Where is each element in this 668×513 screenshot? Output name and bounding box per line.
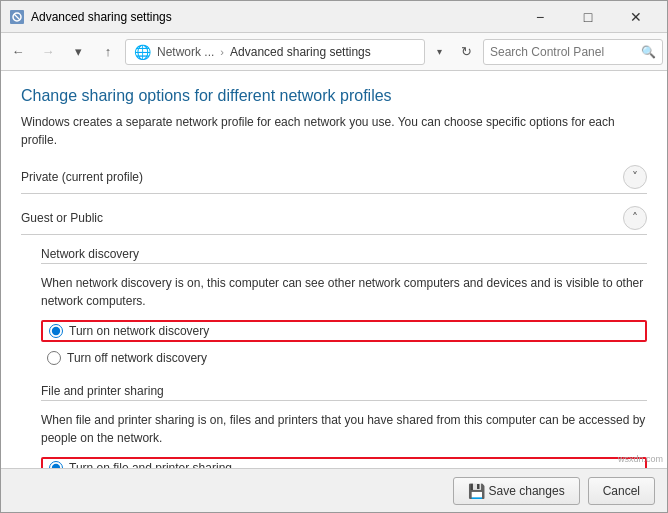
window-icon [9, 9, 25, 25]
title-bar: Advanced sharing settings − □ ✕ [1, 1, 667, 33]
section-private-label: Private (current profile) [21, 170, 623, 184]
content-area: Change sharing options for different net… [1, 71, 667, 468]
network-discovery-on-label[interactable]: Turn on network discovery [69, 324, 209, 338]
section-guest-public-label: Guest or Public [21, 211, 623, 225]
watermark: wsxdn.com [618, 454, 663, 464]
address-path-short: Network ... [157, 45, 214, 59]
window-controls: − □ ✕ [517, 1, 659, 33]
save-changes-button[interactable]: 💾 Save changes [453, 477, 580, 505]
refresh-button[interactable]: ↻ [453, 39, 479, 65]
section-private-toggle[interactable]: ˅ [623, 165, 647, 189]
footer: 💾 Save changes Cancel [1, 468, 667, 512]
file-printer-sharing-description: When file and printer sharing is on, fil… [41, 411, 647, 447]
file-printer-sharing-header: File and printer sharing [41, 384, 647, 401]
file-printer-sharing-on-option[interactable]: Turn on file and printer sharing [41, 457, 647, 468]
search-input[interactable] [490, 45, 637, 59]
file-printer-sharing-on-radio[interactable] [49, 461, 63, 468]
page-description: Windows creates a separate network profi… [21, 113, 647, 149]
file-printer-sharing-title: File and printer sharing [41, 384, 164, 398]
back-button[interactable]: ← [5, 39, 31, 65]
network-icon: 🌐 [134, 44, 151, 60]
close-button[interactable]: ✕ [613, 1, 659, 33]
section-guest-public-toggle[interactable]: ˄ [623, 206, 647, 230]
minimize-button[interactable]: − [517, 1, 563, 33]
title-bar-text: Advanced sharing settings [31, 10, 517, 24]
save-icon: 💾 [468, 483, 485, 499]
cancel-button[interactable]: Cancel [588, 477, 655, 505]
address-field[interactable]: 🌐 Network ... › Advanced sharing setting… [125, 39, 425, 65]
network-discovery-title: Network discovery [41, 247, 139, 261]
network-discovery-description: When network discovery is on, this compu… [41, 274, 647, 310]
up-button[interactable]: ↑ [95, 39, 121, 65]
main-window: Advanced sharing settings − □ ✕ ← → ▾ ↑ … [0, 0, 668, 513]
address-separator: › [220, 46, 224, 58]
page-title: Change sharing options for different net… [21, 87, 647, 105]
address-path-end: Advanced sharing settings [230, 45, 371, 59]
recent-locations-button[interactable]: ▾ [65, 39, 91, 65]
network-discovery-on-radio[interactable] [49, 324, 63, 338]
network-discovery-off-label[interactable]: Turn off network discovery [67, 351, 207, 365]
file-printer-sharing-on-label[interactable]: Turn on file and printer sharing [69, 461, 232, 468]
subsection-network-discovery: Network discovery When network discovery… [21, 247, 647, 368]
address-bar: ← → ▾ ↑ 🌐 Network ... › Advanced sharing… [1, 33, 667, 71]
section-private[interactable]: Private (current profile) ˅ [21, 165, 647, 194]
section-guest-public[interactable]: Guest or Public ˄ [21, 206, 647, 235]
subsection-file-printer-sharing: File and printer sharing When file and p… [21, 384, 647, 468]
search-icon: 🔍 [641, 45, 656, 59]
address-dropdown-button[interactable]: ▾ [429, 39, 449, 65]
save-changes-label: Save changes [489, 484, 565, 498]
maximize-button[interactable]: □ [565, 1, 611, 33]
network-discovery-off-option[interactable]: Turn off network discovery [41, 348, 647, 368]
forward-button[interactable]: → [35, 39, 61, 65]
network-discovery-off-radio[interactable] [47, 351, 61, 365]
network-discovery-on-option[interactable]: Turn on network discovery [41, 320, 647, 342]
network-discovery-header: Network discovery [41, 247, 647, 264]
search-box[interactable]: 🔍 [483, 39, 663, 65]
